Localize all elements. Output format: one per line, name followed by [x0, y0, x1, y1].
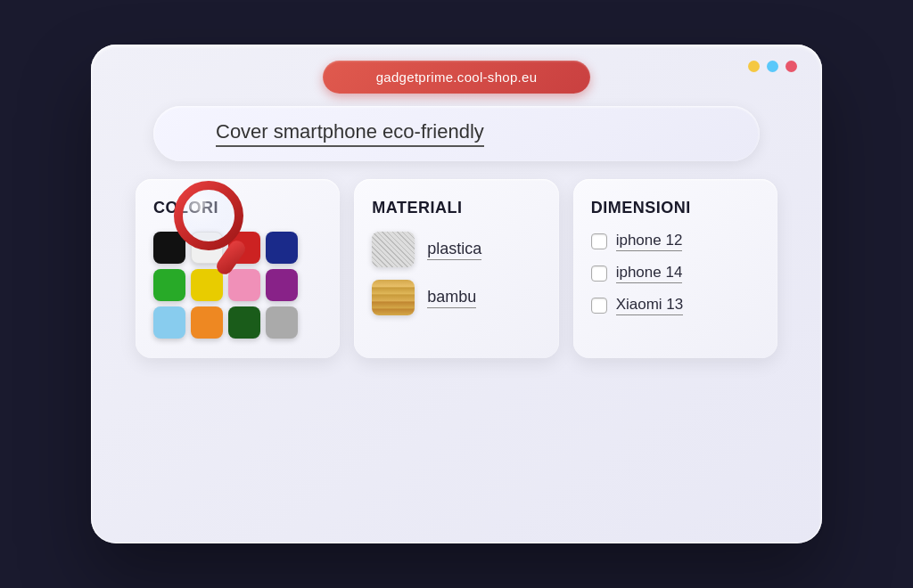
- checkbox-iphone12[interactable]: [591, 233, 607, 249]
- magnifier-icon: [171, 178, 269, 276]
- materials-title: MATERIALI: [372, 199, 540, 217]
- material-item-bamboo[interactable]: bambu: [372, 280, 540, 315]
- traffic-light-yellow[interactable]: [748, 61, 760, 72]
- swatch-navy[interactable]: [266, 232, 298, 264]
- browser-window: gadgetprime.cool-shop.eu: [91, 45, 822, 543]
- filter-card-dimensions: DIMENSIONI iphone 12 iphone 14 Xiaomi 13: [573, 179, 777, 358]
- swatch-orange[interactable]: [191, 306, 223, 339]
- checkbox-iphone14[interactable]: [591, 265, 607, 282]
- traffic-light-blue[interactable]: [767, 61, 778, 72]
- filter-card-materials: MATERIALI plastica bambu: [354, 179, 558, 358]
- address-bar[interactable]: gadgetprime.cool-shop.eu: [323, 61, 590, 94]
- browser-chrome: gadgetprime.cool-shop.eu: [91, 45, 822, 106]
- svg-point-1: [178, 185, 239, 246]
- dimensions-title: DIMENSIONI: [591, 199, 760, 217]
- swatch-lightblue[interactable]: [153, 306, 185, 339]
- material-label-bamboo: bambu: [427, 288, 476, 308]
- dimension-item-iphone14[interactable]: iphone 14: [591, 264, 760, 283]
- traffic-lights: [748, 61, 797, 72]
- dimension-item-iphone12[interactable]: iphone 12: [591, 232, 760, 251]
- dim-label-iphone12: iphone 12: [616, 232, 683, 251]
- swatch-purple[interactable]: [266, 269, 298, 301]
- material-swatch-plastic: [372, 232, 415, 267]
- material-label-plastic: plastica: [427, 240, 481, 260]
- dim-label-iphone14: iphone 14: [616, 264, 683, 283]
- dim-label-xiaomi13: Xiaomi 13: [616, 296, 684, 315]
- dimension-item-xiaomi13[interactable]: Xiaomi 13: [591, 296, 760, 315]
- address-text: gadgetprime.cool-shop.eu: [376, 69, 538, 85]
- material-item-plastic[interactable]: plastica: [372, 232, 540, 267]
- swatch-darkgreen[interactable]: [228, 306, 260, 339]
- swatch-gray[interactable]: [266, 306, 298, 339]
- search-bar-container: Cover smartphone eco-friendly: [153, 106, 760, 161]
- search-query[interactable]: Cover smartphone eco-friendly: [216, 120, 484, 147]
- material-swatch-bamboo: [372, 280, 415, 315]
- traffic-light-pink[interactable]: [786, 61, 797, 72]
- checkbox-xiaomi13[interactable]: [591, 298, 607, 314]
